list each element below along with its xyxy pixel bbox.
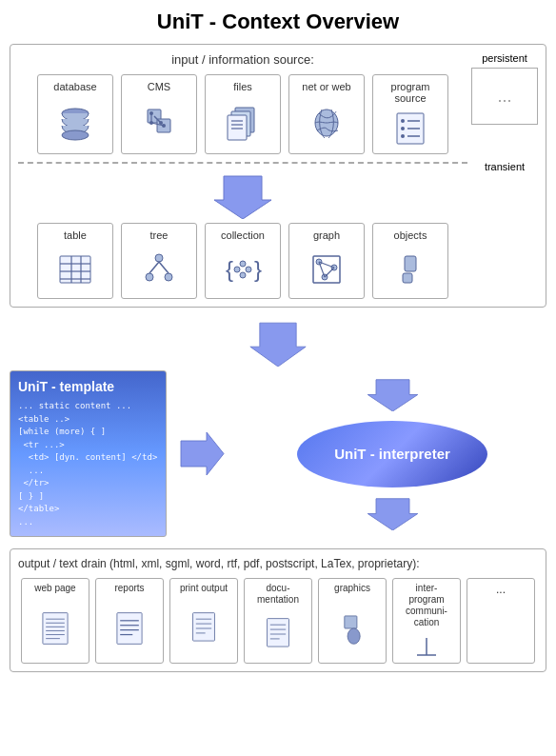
graph-label: graph [313,229,340,241]
data-item-tree: tree [121,223,197,299]
svg-text:{: { [226,256,233,282]
output-label: output / text drain (html, xml, sgml, wo… [18,557,538,570]
svg-text:}: } [254,256,262,282]
output-section: output / text drain (html, xml, sgml, wo… [10,548,546,672]
tree-icon [138,245,180,294]
svg-rect-50 [403,273,412,283]
svg-line-33 [159,262,169,273]
files-label: files [233,81,252,92]
arrow-right [176,432,228,475]
svg-point-78 [348,628,360,644]
program-source-label: program source [377,81,444,104]
collection-icon: { } [222,245,264,294]
svg-marker-24 [214,176,271,219]
input-item-net-or-web: net or web [288,74,365,154]
objects-label: objects [394,229,427,241]
output-items-row: web page reports [18,578,538,664]
svg-rect-77 [345,616,357,628]
svg-point-35 [165,273,172,281]
web-page-label: web page [34,583,75,594]
persistence-section: persistent ... transient [471,52,538,172]
net-label: net or web [302,81,350,92]
output-item-print-output: print output [169,578,238,664]
svg-marker-52 [181,432,224,475]
svg-point-31 [155,254,163,262]
svg-line-47 [325,268,334,277]
arrow-down-2 [10,319,546,367]
svg-marker-54 [367,498,418,529]
cms-icon [138,96,180,149]
reports-icon [112,598,147,659]
middle-section: UniT - template ... static content ... <… [10,370,546,537]
program-source-icon [389,108,431,149]
svg-rect-67 [193,613,215,641]
documentation-label: docu-mentation [257,583,299,606]
svg-point-20 [401,127,405,130]
persistent-label: persistent [482,52,527,64]
objects-icon [389,245,431,294]
section-divider [18,162,467,164]
page-title: UniT - Context Overview [10,10,546,34]
files-icon [222,96,264,149]
svg-rect-55 [43,613,68,645]
inter-program-label: inter-programcommuni-cation [406,583,447,628]
database-label: database [53,81,96,92]
arrow-down-1 [18,171,467,219]
print-output-label: print output [180,583,228,594]
svg-marker-51 [250,323,306,367]
input-item-cms: CMS [121,74,197,154]
interpreter-ellipse: UniT - interpreter [297,421,487,487]
input-item-files: files [205,74,281,154]
web-page-icon [38,598,72,659]
tree-label: tree [150,229,169,241]
template-code: ... static content ... <table ..> [while… [18,400,158,528]
inter-program-icon [413,632,440,659]
cms-label: CMS [148,81,170,92]
print-output-icon [187,598,221,659]
output-item-reports: reports [95,578,164,664]
template-box: UniT - template ... static content ... <… [10,370,167,537]
output-item-web-page: web page [21,578,89,664]
output-item-inter-program: inter-programcommuni-cation [392,578,461,664]
data-items-row: table tree [18,223,467,299]
persistent-ellipsis: ... [497,87,511,107]
svg-rect-13 [228,115,247,140]
svg-rect-49 [405,256,416,271]
interpreter-label: UniT - interpreter [334,446,450,462]
svg-line-32 [149,262,159,273]
output-item-more: ... [467,578,535,664]
svg-point-40 [246,267,251,272]
output-item-graphics: graphics [318,578,387,664]
database-icon [54,96,96,149]
documentation-icon [261,609,295,659]
svg-point-39 [240,261,246,267]
more-label: ... [496,583,506,596]
persistent-box: ... [471,68,538,125]
output-item-documentation: docu-mentation [244,578,312,664]
net-icon [306,96,348,149]
reports-label: reports [114,583,144,594]
svg-marker-53 [367,379,418,410]
table-icon [54,245,96,294]
svg-point-18 [401,119,405,123]
svg-point-38 [234,267,240,272]
data-item-graph: graph [288,223,365,299]
svg-rect-62 [117,613,142,645]
svg-point-1 [62,130,89,140]
data-item-objects: objects [372,223,448,299]
svg-rect-72 [268,619,289,647]
transient-label: transient [485,161,525,172]
graphics-icon [335,598,369,659]
collection-label: collection [221,229,265,241]
svg-point-41 [240,272,246,278]
input-item-database: database [37,74,113,154]
svg-point-22 [401,134,405,138]
svg-point-34 [146,273,153,281]
graphics-label: graphics [334,583,370,594]
input-item-program-source: program source [372,74,448,154]
table-label: table [64,229,87,241]
input-items-row: database CMS [18,74,467,154]
template-title: UniT - template [18,379,158,394]
graph-icon [306,245,348,294]
data-item-table: table [37,223,113,299]
